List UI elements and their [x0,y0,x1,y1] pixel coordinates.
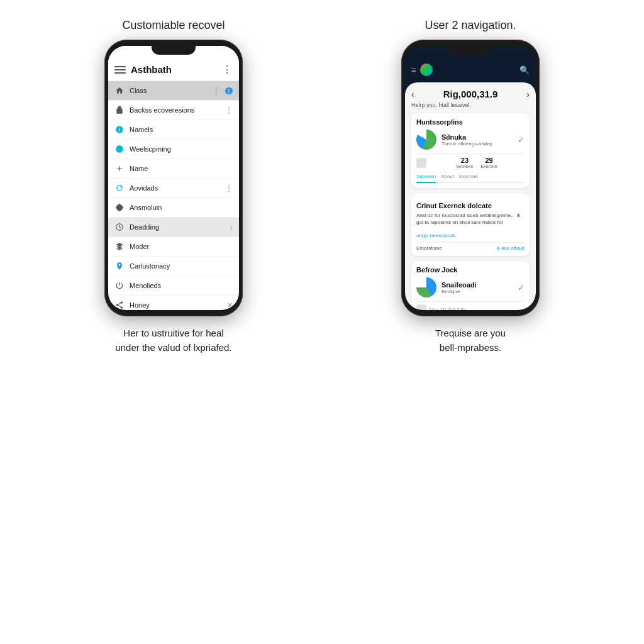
nav-forward-arrow[interactable]: › [526,89,530,99]
right-hamburger-icon[interactable]: ≡ [411,65,416,75]
card1-name: Silnuka [441,133,492,141]
drawer-title: Asthbath [131,64,172,75]
drawer-item-class[interactable]: Class ⋮ 1 [108,81,239,101]
refresh-icon [114,183,125,193]
item-label-namels: Namels [130,126,233,133]
stats-row-2: A& c. Q1 Q Q T B+ [416,301,525,310]
avatar-2 [416,277,436,297]
drawer-item-aovidads[interactable]: Aovidads ⋮ [108,179,239,198]
lock-icon [114,105,125,115]
phone-notch-left [152,46,196,55]
tab-exerone[interactable]: Exerone [459,174,478,182]
right-phone: ≡ 🔍 ‹ Rig,000,31.9 › Helrp you, htall le… [401,40,540,316]
settings-icon [114,203,125,213]
circle-icon [114,222,125,232]
plus-icon [114,164,125,174]
nav-back-arrow[interactable]: ‹ [411,89,414,99]
card-befrow: Befrow Jock Snaifeoadi Endique ✓ A& c. Q… [411,261,530,310]
drawer-item-moder[interactable]: Moder [108,237,239,257]
item-label-ansmoluin: Ansmoluin [130,204,233,211]
check-icon-1: ✓ [518,135,525,145]
item-label-honey: Honey [130,301,222,309]
share-icon [114,300,125,310]
meta-label: Entarotianc [416,245,441,251]
item-label-carlustonacy: Carlustonacy [130,262,233,270]
item-label-backss: Backss ecoveresions [130,106,220,114]
card2-name: Snaifeoadi [441,281,477,289]
card2-user-row[interactable]: Snaifeoadi Endique ✓ [416,277,525,297]
drawer-item-deadding[interactable]: Deadding › [108,218,239,237]
drawer-item-ansmoluin[interactable]: Ansmoluin [108,198,239,218]
nav-title-row: ‹ Rig,000,31.9 › [411,89,530,99]
home-icon [114,86,125,96]
drawer-item-namels[interactable]: Namels [108,120,239,140]
location-icon [114,261,125,271]
top-caption-right: User 2 navigation. [337,19,604,40]
section3-title: Befrow Jock [416,266,525,274]
item-label-weelscpming: Weelscpming [130,145,233,153]
item-badge-0: 1 [225,87,233,94]
card-crinut: Crinut Exernck dolcate Alild-tcr for rou… [411,193,530,256]
avatar-1 [416,130,436,150]
tab-setween[interactable]: Setween [416,174,436,183]
item-label-name: Name [130,165,233,172]
card1-user-row[interactable]: Silnuka Timolo ofidengs-andey ✓ [416,130,525,150]
item-label-menolieds: Menolieds [130,282,233,289]
hamburger-icon[interactable] [114,66,126,74]
card2-sub: Endique [441,289,477,294]
item-label-aovidads: Aovidads [130,184,220,192]
more-options-icon[interactable]: ⋮ [222,64,233,75]
drawer-item-honey[interactable]: Honey ✕ [108,296,239,310]
right-content: ‹ Rig,000,31.9 › Helrp you, htall lesaiv… [405,82,536,310]
globe-icon [114,144,125,154]
top-caption-left: Customiable recovel [40,19,308,40]
app-logo [420,64,433,76]
stats-icon-1 [416,158,426,168]
item-label-class: Class [130,87,208,94]
check-icon-2: ✓ [518,283,525,292]
drawer-item-name[interactable]: Name [108,159,239,179]
drawer-item-carlustonacy[interactable]: Carlustonacy [108,257,239,276]
right-screen: ≡ 🔍 ‹ Rig,000,31.9 › Helrp you, htall le… [405,46,536,310]
bottom-caption-right: Trequise are youbell-mprabess. [337,326,604,355]
search-icon[interactable]: 🔍 [519,65,530,75]
main-title: Rig,000,31.9 [443,89,498,99]
bottom-caption-left: Her to ustruitive for healunder the valu… [40,326,308,355]
item-x-11[interactable]: ✕ [227,301,233,309]
stats-icon-2 [416,304,426,310]
drawer-item-backss[interactable]: Backss ecoveresions ⋮ [108,101,239,120]
info-icon [114,125,125,135]
power-icon [114,280,125,291]
item-label-moder: Moder [130,243,233,250]
card-huntssorplins: Huntssorplins Silnuka Timolo ofidengs-an… [411,113,530,188]
drawer-item-weelscpming[interactable]: Weelscpming [108,140,239,159]
stat-exerone: 29 Exerone [481,157,497,169]
item-dots-0[interactable]: ⋮ [213,86,220,95]
section2-text: Alild-tcr for rouclosrad lsceb antilkini… [416,212,525,226]
drawer-item-menolieds[interactable]: Menolieds [108,276,239,296]
mode-icon [114,242,125,252]
stats-row-1: 23 Setween 29 Exerone [416,153,525,171]
phone-notch-right [448,46,492,55]
left-phone: Asthbath ⋮ Class ⋮ 1 B [104,40,243,316]
card1-sub: Timolo ofidengs-andey [441,141,492,147]
content-meta-row: Entarotianc & ose otbald [416,242,525,251]
section1-title: Huntssorplins [416,118,525,126]
item-dots-1[interactable]: ⋮ [225,106,233,114]
tab-about[interactable]: About [441,174,454,182]
stat-setween: 23 Setween [456,157,473,169]
meta-value[interactable]: & ose otbald [497,245,525,251]
section2-title: Crinut Exernck dolcate [416,202,525,209]
item-arrow-7: › [230,223,233,231]
item-label-deadding: Deadding [130,223,225,231]
item-dots-5[interactable]: ⋮ [225,184,233,192]
left-screen: Asthbath ⋮ Class ⋮ 1 B [108,46,239,310]
main-subtitle: Helrp you, htall lesaivel. [411,102,530,108]
tabs-row: Setween About Exerone [416,174,525,183]
section2-link[interactable]: ungs/.neescmook. [416,233,457,238]
card2-stats-text: A& c. Q1 Q Q T B+ [429,308,466,310]
